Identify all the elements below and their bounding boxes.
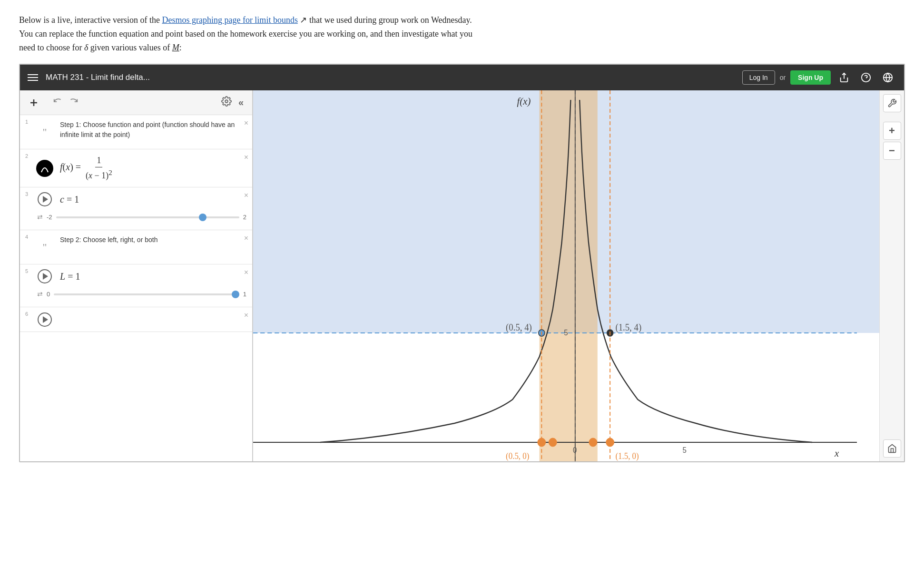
repeat-icon-5[interactable]: ⇄ <box>37 290 43 298</box>
svg-text:0: 0 <box>573 446 577 455</box>
row-number-2: 2 <box>20 149 33 162</box>
undo-button[interactable] <box>51 96 65 109</box>
expression-row-5: 5 L = 1 × ⇄ 0 <box>20 264 252 307</box>
zoom-out-button[interactable]: − <box>883 142 901 160</box>
note-icon-1: " <box>33 115 56 149</box>
close-row-4[interactable]: × <box>244 234 248 243</box>
row-number-3: 3 <box>20 187 33 200</box>
add-expression-button[interactable] <box>26 95 42 111</box>
play-icon-3[interactable] <box>33 192 56 206</box>
svg-point-22 <box>589 438 597 447</box>
row-number-1: 1 <box>20 115 33 127</box>
fx-axis-label: f(x) <box>517 96 531 107</box>
language-button[interactable] <box>879 69 896 86</box>
svg-text:5: 5 <box>564 329 568 337</box>
expression-row-4: 4 " Step 2: Choose left, right, or both … <box>20 230 252 264</box>
intro-line1b: that we used during group work on Wednes… <box>307 15 472 25</box>
desmos-link[interactable]: Desmos graphing page for limit bounds <box>162 15 297 25</box>
hamburger-menu[interactable] <box>28 74 38 81</box>
app-title: MATH 231 - Limit find delta... <box>46 73 742 82</box>
close-row-3[interactable]: × <box>244 191 248 200</box>
slider-track-3[interactable] <box>56 216 239 218</box>
play-icon-5[interactable] <box>33 269 56 283</box>
intro-text: Below is a live, interactive version of … <box>0 0 666 64</box>
svg-text:(0.5, 0): (0.5, 0) <box>506 451 529 461</box>
slider-thumb-3[interactable] <box>199 214 206 221</box>
desmos-app: MATH 231 - Limit find delta... Log In or… <box>19 64 905 462</box>
graph-area[interactable]: (0.5, 4) (1.5, 4) (0.5, 0) (1.5, 0) 5 0 <box>253 90 904 461</box>
svg-text:5: 5 <box>682 446 686 455</box>
collapse-panel-button[interactable]: « <box>236 97 246 108</box>
intro-line3c: : <box>179 43 182 52</box>
wrench-button[interactable] <box>883 94 901 112</box>
note-content-4[interactable]: Step 2: Choose left, right, or both <box>56 230 252 264</box>
close-row-2[interactable]: × <box>244 153 248 162</box>
home-button[interactable] <box>883 439 901 458</box>
repeat-icon-3[interactable]: ⇄ <box>37 213 43 221</box>
row-number-6: 6 <box>20 307 33 320</box>
expression-row-2: 2 f(x) = 1 <box>20 149 252 187</box>
expression-row-1: 1 " Step 1: Choose function and point (f… <box>20 115 252 149</box>
slider-max-5: 1 <box>243 291 246 298</box>
close-row-1[interactable]: × <box>244 119 248 127</box>
settings-button[interactable] <box>221 96 232 109</box>
share-button[interactable] <box>836 69 853 86</box>
right-toolbar: + − <box>879 90 904 461</box>
row-number-4: 4 <box>20 230 33 243</box>
desmos-icon-2 <box>33 149 56 187</box>
row-number-5: 5 <box>20 264 33 277</box>
zoom-in-button[interactable]: + <box>883 122 901 140</box>
expression-row-6: 6 × <box>20 307 252 332</box>
svg-point-7 <box>225 100 228 103</box>
panel-toolbar: « <box>20 90 252 115</box>
slider-track-5[interactable] <box>54 293 239 295</box>
note-icon-4: " <box>33 230 56 264</box>
intro-line3a: need to choose for <box>19 43 84 52</box>
header-or: or <box>780 74 786 81</box>
graph-svg: (0.5, 4) (1.5, 4) (0.5, 0) (1.5, 0) 5 0 <box>253 90 879 461</box>
x-axis-label: x <box>834 448 839 459</box>
intro-M: M <box>172 43 179 52</box>
close-row-5[interactable]: × <box>244 268 248 277</box>
help-button[interactable] <box>857 69 875 86</box>
login-button[interactable]: Log In <box>742 70 775 85</box>
function-content-2[interactable]: f(x) = 1 (x − 1)2 <box>56 149 252 187</box>
slider-L-expr[interactable]: L = 1 <box>56 264 252 288</box>
close-row-6[interactable]: × <box>244 311 248 320</box>
expressions-panel: « 1 " Step 1: Choose function and point … <box>20 90 253 461</box>
intro-ext-icon: ↗ <box>298 15 307 25</box>
svg-point-21 <box>549 438 557 447</box>
header-actions: Log In or Sign Up <box>742 69 896 86</box>
expression-row-3: 3 c = 1 × ⇄ -2 <box>20 187 252 230</box>
expression-list: 1 " Step 1: Choose function and point (f… <box>20 115 252 461</box>
slider-min-3: -2 <box>47 214 52 221</box>
desmos-header: MATH 231 - Limit find delta... Log In or… <box>20 65 904 90</box>
slider-max-3: 2 <box>243 214 246 221</box>
svg-text:(0.5, 4): (0.5, 4) <box>506 322 532 333</box>
row-6-content[interactable] <box>56 307 252 332</box>
desmos-body: « 1 " Step 1: Choose function and point … <box>20 90 904 461</box>
intro-line1: Below is a live, interactive version of … <box>19 15 162 25</box>
slider-min-5: 0 <box>47 291 50 298</box>
signup-button[interactable]: Sign Up <box>790 70 831 85</box>
undo-redo-group <box>51 96 80 109</box>
svg-text:(1.5, 4): (1.5, 4) <box>615 322 641 333</box>
intro-line2: You can replace the function equation an… <box>19 29 472 39</box>
slider-c-expr[interactable]: c = 1 <box>56 187 252 211</box>
play-icon-6[interactable] <box>33 307 56 332</box>
redo-button[interactable] <box>67 96 80 109</box>
slider-thumb-5[interactable] <box>232 291 239 298</box>
svg-text:(1.5, 0): (1.5, 0) <box>615 451 639 461</box>
note-content-1[interactable]: Step 1: Choose function and point (funct… <box>56 115 252 149</box>
intro-line3b: given various values of <box>88 43 172 52</box>
